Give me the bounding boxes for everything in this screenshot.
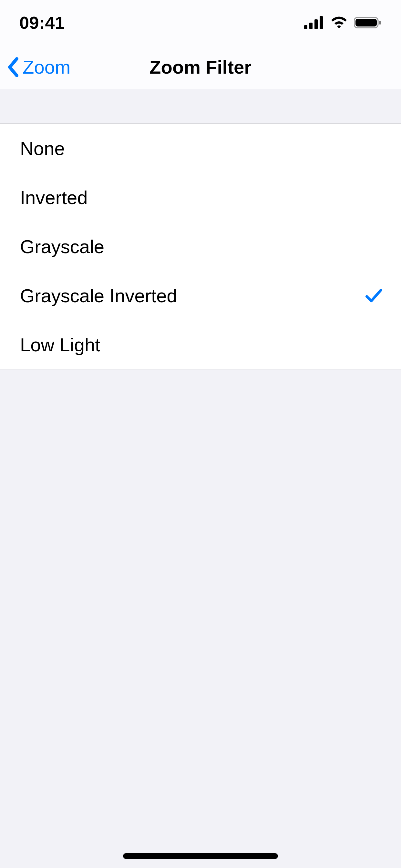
nav-back-button[interactable]: Zoom — [7, 45, 70, 89]
chevron-left-icon — [7, 57, 20, 78]
option-label: Grayscale — [20, 236, 104, 257]
option-label: Low Light — [20, 334, 100, 355]
status-icons — [304, 16, 382, 29]
section-gap — [0, 89, 401, 123]
svg-rect-3 — [320, 16, 323, 29]
battery-icon — [354, 16, 382, 29]
filter-option-low-light[interactable]: Low Light — [0, 320, 401, 369]
option-label: Grayscale Inverted — [20, 285, 177, 306]
svg-rect-2 — [314, 20, 318, 29]
filter-option-none[interactable]: None — [0, 124, 401, 173]
status-bar: 09:41 — [0, 0, 401, 45]
svg-rect-6 — [379, 21, 381, 25]
svg-rect-5 — [356, 19, 377, 27]
filter-option-grayscale[interactable]: Grayscale — [0, 222, 401, 271]
cellular-signal-icon — [304, 16, 324, 29]
home-indicator[interactable] — [123, 853, 278, 859]
nav-title: Zoom Filter — [150, 56, 251, 78]
svg-rect-1 — [309, 23, 312, 29]
checkmark-icon — [365, 287, 383, 304]
filter-option-inverted[interactable]: Inverted — [0, 173, 401, 222]
status-time: 09:41 — [19, 12, 65, 33]
filter-options-list: None Inverted Grayscale Grayscale Invert… — [0, 123, 401, 369]
option-label: None — [20, 137, 65, 159]
nav-back-label: Zoom — [23, 56, 70, 78]
filter-option-grayscale-inverted[interactable]: Grayscale Inverted — [0, 271, 401, 320]
screen: 09:41 — [0, 0, 401, 868]
wifi-icon — [330, 16, 348, 29]
option-label: Inverted — [20, 187, 88, 208]
svg-rect-0 — [304, 25, 307, 29]
nav-bar: Zoom Zoom Filter — [0, 45, 401, 89]
